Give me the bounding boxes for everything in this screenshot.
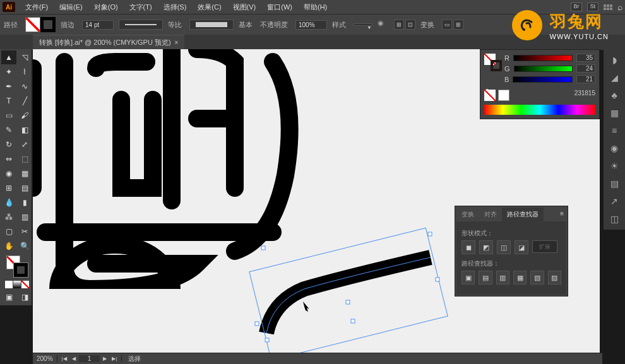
blend-tool[interactable]: ▮: [17, 196, 32, 209]
menu-select[interactable]: 选择(S): [158, 1, 192, 13]
rotate-tool[interactable]: ↻: [1, 138, 16, 151]
libraries-panel-icon[interactable]: ◢: [607, 71, 621, 85]
align-icon-1[interactable]: ⊞: [394, 20, 404, 30]
next-artboard-button[interactable]: ▶: [101, 356, 109, 361]
opacity-input[interactable]: 100%: [295, 20, 327, 30]
artboard-number[interactable]: 1: [79, 355, 100, 362]
rectangle-tool[interactable]: ▭: [1, 109, 16, 122]
magic-wand-tool[interactable]: ✦: [1, 65, 16, 79]
outline-button[interactable]: ▧: [530, 271, 544, 285]
crop-button[interactable]: ▦: [513, 271, 527, 285]
screen-mode-toggle[interactable]: ◨: [17, 290, 32, 304]
none-mode[interactable]: [21, 281, 29, 288]
divide-button[interactable]: ▣: [461, 271, 475, 285]
transform-icon[interactable]: ⊞: [453, 20, 463, 30]
zoom-tool[interactable]: 🔍: [17, 239, 32, 253]
eyedropper-tool[interactable]: 💧: [1, 196, 16, 209]
variable-width-profile[interactable]: [119, 20, 163, 30]
exclude-button[interactable]: ◪: [515, 240, 528, 254]
free-transform-tool[interactable]: ⬚: [17, 152, 32, 166]
trim-button[interactable]: ▤: [479, 271, 492, 285]
tab-pathfinder[interactable]: 路径查找器: [502, 208, 544, 221]
hand-tool[interactable]: ✋: [1, 239, 16, 253]
appearance-panel-icon[interactable]: ◫: [607, 212, 621, 226]
gradient-mode[interactable]: [13, 281, 21, 288]
menu-view[interactable]: 视图(V): [228, 1, 261, 13]
swatches-panel-icon[interactable]: ▦: [607, 106, 621, 120]
mesh-tool[interactable]: ⊞: [1, 181, 16, 195]
align-icon-2[interactable]: ⊡: [405, 20, 415, 30]
intersect-button[interactable]: ◫: [497, 240, 511, 254]
arrange-documents-icon[interactable]: [604, 4, 612, 10]
transform-label[interactable]: 变换: [420, 20, 434, 30]
panel-menu-icon[interactable]: ≡: [557, 208, 566, 221]
tab-transform[interactable]: 变换: [456, 208, 479, 221]
menu-window[interactable]: 窗口(W): [262, 1, 297, 13]
transparency-panel-icon[interactable]: ↗: [607, 194, 621, 208]
stroke-panel-icon[interactable]: ☀: [607, 159, 621, 173]
type-tool[interactable]: T: [1, 94, 16, 108]
unite-button[interactable]: ◼: [461, 240, 475, 254]
minus-front-button[interactable]: ◩: [479, 240, 493, 254]
screen-mode-normal[interactable]: ▣: [1, 290, 16, 304]
menu-object[interactable]: 对象(O): [89, 1, 123, 13]
shape-builder-tool[interactable]: ◉: [1, 167, 16, 180]
white-swatch[interactable]: [498, 90, 509, 101]
lasso-tool[interactable]: ⌇: [17, 65, 32, 79]
paintbrush-tool[interactable]: 🖌: [17, 109, 32, 122]
search-icon[interactable]: ⌕: [617, 2, 622, 12]
document-tab[interactable]: 转换 [转换].ai* @ 200% (CMYK/GPU 预览) ×: [33, 35, 184, 50]
fill-swatch[interactable]: [25, 17, 40, 32]
hex-value[interactable]: 231815: [574, 90, 595, 101]
curvature-tool[interactable]: ∿: [17, 79, 32, 93]
brushes-panel-icon[interactable]: ≡: [607, 124, 621, 138]
g-value[interactable]: 24: [576, 64, 595, 73]
menu-type[interactable]: 文字(T): [124, 1, 157, 13]
merge-button[interactable]: ▥: [496, 271, 509, 285]
color-mode[interactable]: [5, 281, 13, 288]
r-slider[interactable]: [513, 55, 573, 61]
eraser-tool[interactable]: ◧: [17, 123, 32, 137]
symbols-panel-icon[interactable]: ◉: [607, 141, 621, 155]
close-tab-icon[interactable]: ×: [175, 39, 179, 46]
direct-selection-tool[interactable]: ◹: [17, 50, 32, 64]
menu-effect[interactable]: 效果(C): [193, 1, 226, 13]
properties-panel-icon[interactable]: ◗: [607, 53, 621, 67]
graphic-style-dropdown[interactable]: [354, 23, 372, 26]
r-value[interactable]: 35: [576, 54, 595, 62]
slice-tool[interactable]: ✂: [17, 225, 32, 238]
color-panel-icon[interactable]: ♣: [607, 88, 621, 102]
none-swatch[interactable]: [484, 90, 496, 101]
tab-align[interactable]: 对齐: [479, 208, 502, 221]
recolor-icon[interactable]: ◉: [378, 19, 389, 30]
shaper-tool[interactable]: ✎: [1, 123, 16, 137]
minus-back-button[interactable]: ▨: [548, 271, 561, 285]
symbol-sprayer-tool[interactable]: ⁂: [1, 210, 16, 224]
prev-artboard-button[interactable]: ◀: [70, 356, 78, 361]
panel-stroke-swatch[interactable]: [491, 60, 502, 71]
last-artboard-button[interactable]: ▶|: [110, 356, 119, 361]
isolate-icon[interactable]: ▭: [442, 20, 452, 30]
b-slider[interactable]: [513, 76, 573, 83]
fill-stroke-indicator[interactable]: [1, 254, 32, 279]
menu-help[interactable]: 帮助(H): [299, 1, 332, 13]
b-value[interactable]: 21: [576, 75, 595, 83]
width-tool[interactable]: ⇔: [1, 152, 16, 166]
line-tool[interactable]: ╱: [17, 94, 32, 108]
menu-edit[interactable]: 编辑(E): [54, 1, 88, 13]
expand-button[interactable]: 扩展: [532, 240, 557, 253]
color-spectrum[interactable]: [484, 105, 595, 115]
layers-panel-icon[interactable]: ▤: [607, 177, 621, 191]
selection-tool[interactable]: ▲: [1, 50, 16, 64]
scale-tool[interactable]: ⤢: [17, 138, 32, 151]
zoom-level[interactable]: 200%: [33, 355, 57, 362]
artboard-tool[interactable]: ▢: [1, 225, 16, 238]
pen-tool[interactable]: ✒: [1, 79, 16, 93]
g-slider[interactable]: [514, 66, 573, 72]
graph-tool[interactable]: ▥: [17, 210, 32, 224]
gradient-tool[interactable]: ▤: [17, 181, 32, 195]
stroke-swatch[interactable]: [40, 17, 56, 32]
menu-file[interactable]: 文件(F): [20, 1, 53, 13]
first-artboard-button[interactable]: |◀: [60, 356, 69, 361]
perspective-tool[interactable]: ▦: [17, 167, 32, 180]
